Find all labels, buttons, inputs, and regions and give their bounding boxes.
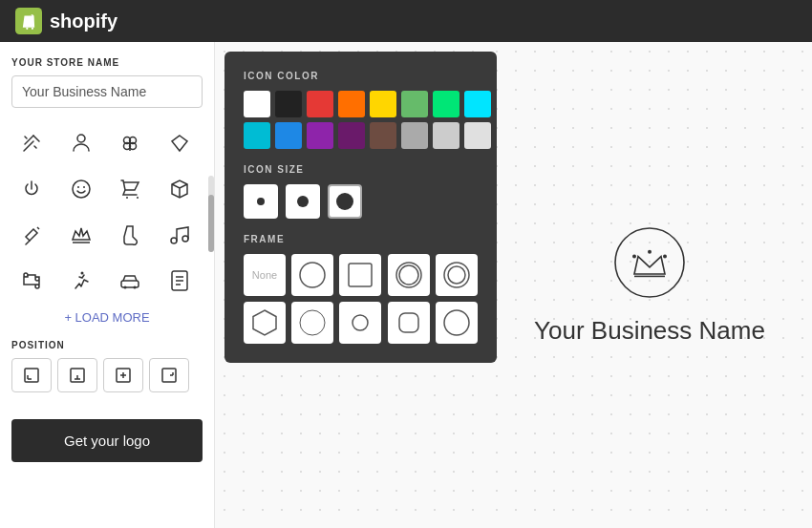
color-yellow[interactable] [370, 91, 396, 117]
icon-clover[interactable] [110, 123, 150, 163]
scroll-bar [208, 176, 214, 242]
frame-circle-outline[interactable] [388, 254, 430, 296]
svg-point-51 [632, 255, 636, 259]
app-header: shopify [0, 0, 812, 42]
get-logo-button[interactable]: Get your logo [11, 419, 203, 462]
store-name-label: YOUR STORE NAME [11, 57, 203, 68]
color-bright-green[interactable] [433, 91, 459, 117]
scroll-thumb[interactable] [208, 195, 214, 252]
icon-crown[interactable] [61, 215, 101, 255]
color-brown[interactable] [370, 122, 396, 149]
frame-square[interactable] [339, 254, 381, 296]
color-red[interactable] [307, 91, 333, 117]
load-more-button[interactable]: + LOAD MORE [11, 310, 203, 325]
color-white[interactable] [244, 91, 270, 117]
svg-rect-26 [25, 369, 38, 382]
svg-point-21 [134, 286, 137, 289]
svg-point-11 [77, 186, 79, 188]
frame-square-rounded[interactable] [388, 302, 430, 344]
frame-circle-double[interactable] [436, 254, 478, 296]
svg-point-16 [171, 238, 177, 243]
svg-point-40 [396, 263, 421, 287]
size-options [244, 184, 478, 219]
shopify-wordmark: shopify [50, 11, 118, 32]
svg-point-53 [663, 255, 667, 259]
icon-tool[interactable] [11, 215, 52, 255]
size-large-button[interactable] [328, 184, 362, 219]
svg-point-12 [83, 186, 85, 188]
preview-business-name: Your Business Name [534, 316, 765, 346]
icon-diamond[interactable] [160, 123, 200, 163]
position-label: POSITION [11, 340, 203, 350]
size-medium-button[interactable] [286, 184, 320, 219]
shopify-bag-icon [15, 8, 42, 34]
svg-marker-44 [253, 310, 276, 335]
svg-point-13 [126, 197, 128, 199]
color-grid [244, 91, 478, 149]
icon-magic-wand[interactable] [11, 123, 52, 163]
frame-circle-outer[interactable] [436, 302, 478, 344]
icon-box[interactable] [160, 169, 200, 209]
frame-label: FRAME [244, 234, 478, 244]
svg-point-20 [124, 286, 127, 289]
color-lighter-gray[interactable] [464, 122, 491, 149]
icon-car[interactable] [110, 261, 150, 301]
main-layout: YOUR STORE NAME [0, 42, 812, 528]
svg-point-3 [77, 135, 85, 142]
frame-grid: None [244, 254, 478, 344]
position-center[interactable] [103, 358, 143, 392]
icon-person[interactable] [61, 123, 101, 163]
svg-point-52 [648, 250, 652, 254]
icons-grid [11, 123, 203, 301]
svg-rect-47 [399, 313, 418, 332]
svg-point-43 [448, 266, 465, 284]
icon-sock[interactable] [110, 215, 150, 255]
icon-color-label: ICON COLOR [244, 71, 478, 81]
svg-point-38 [300, 263, 325, 287]
svg-point-1 [26, 28, 28, 30]
color-gray[interactable] [401, 122, 428, 149]
frame-none[interactable]: None [244, 254, 286, 296]
svg-point-46 [353, 315, 368, 330]
icon-music[interactable] [160, 215, 200, 255]
shopify-logo: shopify [15, 8, 118, 34]
color-light-gray[interactable] [433, 122, 459, 149]
size-small-button[interactable] [244, 184, 278, 219]
color-black[interactable] [275, 91, 302, 117]
frame-circle-solid[interactable] [291, 254, 333, 296]
svg-point-45 [300, 310, 325, 335]
color-orange[interactable] [338, 91, 365, 117]
svg-rect-39 [349, 264, 372, 286]
store-name-input[interactable] [11, 75, 203, 108]
icon-document[interactable] [160, 261, 200, 301]
color-blue[interactable] [275, 122, 302, 149]
icon-power[interactable] [11, 169, 52, 209]
position-right[interactable] [149, 358, 189, 392]
color-dark-purple[interactable] [338, 122, 365, 149]
frame-circle-small[interactable] [339, 302, 381, 344]
icon-size-label: ICON SIZE [244, 164, 478, 175]
svg-point-48 [444, 310, 469, 335]
sidebar: YOUR STORE NAME [0, 42, 215, 528]
svg-point-17 [182, 236, 188, 242]
size-small-dot [257, 198, 265, 205]
svg-point-41 [399, 265, 418, 285]
size-medium-dot [297, 196, 309, 207]
size-large-dot [336, 193, 353, 210]
frame-circle-thin[interactable] [291, 302, 333, 344]
icon-puzzle[interactable] [11, 261, 52, 301]
position-bottom-center[interactable] [57, 358, 97, 392]
icon-runner[interactable] [61, 261, 101, 301]
frame-hexagon[interactable] [244, 302, 286, 344]
svg-point-18 [80, 272, 83, 275]
color-green[interactable] [401, 91, 428, 117]
color-size-frame-popup: ICON COLOR ICON SIZE [224, 52, 497, 363]
color-purple[interactable] [307, 122, 333, 149]
icon-cart[interactable] [110, 169, 150, 209]
icon-smile[interactable] [61, 169, 101, 209]
color-teal[interactable] [244, 122, 270, 149]
preview-logo-icon [611, 224, 688, 305]
color-cyan[interactable] [464, 91, 491, 117]
svg-point-2 [32, 28, 33, 30]
position-bottom-left[interactable] [11, 358, 52, 392]
